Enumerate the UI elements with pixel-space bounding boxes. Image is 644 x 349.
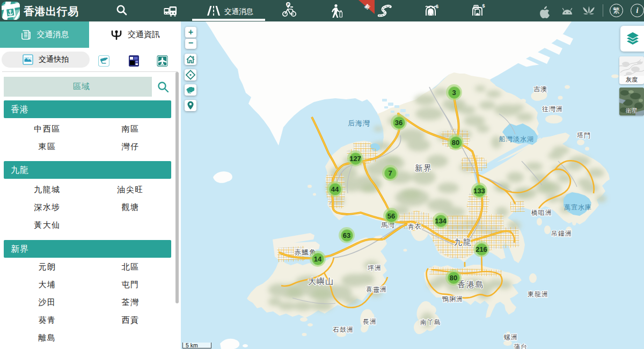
svg-text:蒲台: 蒲台 bbox=[514, 343, 528, 349]
svg-text:船灣淡水湖: 船灣淡水湖 bbox=[499, 135, 534, 143]
svg-text:南丫島: 南丫島 bbox=[420, 318, 441, 326]
svg-text:喜靈洲: 喜靈洲 bbox=[366, 286, 387, 293]
svg-text:P: P bbox=[4, 4, 6, 7]
svg-text:鴨脷洲: 鴨脷洲 bbox=[442, 295, 463, 303]
svg-text:東龍洲: 東龍洲 bbox=[528, 290, 548, 298]
svg-text:P: P bbox=[287, 3, 290, 6]
svg-text:九龍: 九龍 bbox=[454, 237, 472, 246]
svg-text:大嶼山: 大嶼山 bbox=[308, 277, 334, 286]
svg-text:后海灣: 后海灣 bbox=[348, 119, 370, 127]
svg-text:$: $ bbox=[482, 3, 485, 9]
svg-text:香港島: 香港島 bbox=[457, 280, 485, 289]
svg-text:橋咀洲: 橋咀洲 bbox=[531, 209, 552, 216]
svg-text:青衣: 青衣 bbox=[408, 223, 422, 230]
svg-text:$: $ bbox=[436, 4, 438, 9]
svg-text:塔門: 塔門 bbox=[576, 132, 591, 139]
svg-text:坪洲: 坪洲 bbox=[368, 264, 382, 272]
svg-text:長洲: 長洲 bbox=[363, 318, 377, 325]
svg-text:螺洲: 螺洲 bbox=[504, 333, 518, 341]
svg-text:吊鐘洲: 吊鐘洲 bbox=[551, 230, 572, 237]
svg-text:石鼓洲: 石鼓洲 bbox=[332, 326, 354, 333]
svg-text:新界: 新界 bbox=[415, 163, 432, 172]
svg-text:往灣洲: 往灣洲 bbox=[542, 105, 563, 113]
svg-text:萬宜水庫: 萬宜水庫 bbox=[564, 203, 592, 211]
svg-text:吉澳: 吉澳 bbox=[533, 85, 547, 93]
